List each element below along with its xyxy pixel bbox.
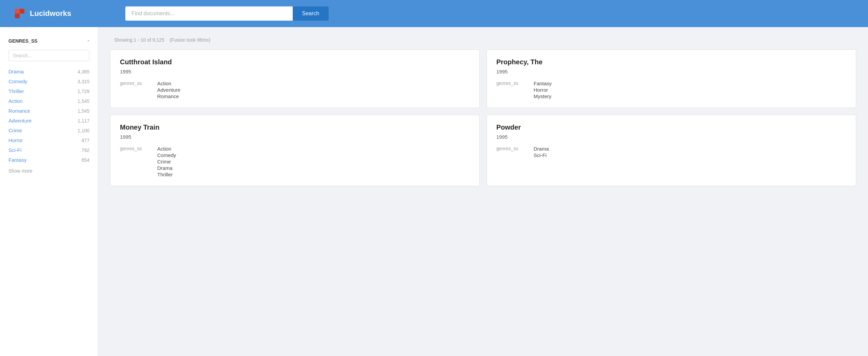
genre-value: Mystery	[534, 93, 552, 99]
genre-value: Drama	[534, 146, 549, 152]
facet-link[interactable]: Thriller	[8, 88, 24, 94]
card-year: 1995	[120, 134, 470, 140]
genre-value: Comedy	[157, 152, 176, 158]
genre-value: Fantasy	[534, 81, 552, 86]
facet-count: 1,729	[78, 89, 89, 94]
logo-area: Lucidworks	[14, 7, 71, 20]
genre-value: Horror	[534, 87, 552, 93]
genre-value: Action	[157, 146, 176, 152]
field-label: genres_ss	[496, 146, 523, 158]
facet-link[interactable]: Fantasy	[8, 157, 26, 163]
results-timing: (Fusion took 96ms)	[170, 37, 210, 43]
facet-list: Drama 4,365 Comedy 3,315 Thriller 1,729 …	[8, 67, 89, 165]
genre-value: Thriller	[157, 172, 176, 177]
genre-value: Adventure	[157, 87, 180, 93]
card-year: 1995	[120, 69, 470, 74]
genre-value: Sci-Fi	[534, 152, 549, 158]
result-card: Powder 1995 genres_ss DramaSci-Fi	[487, 115, 856, 186]
svg-marker-3	[15, 14, 20, 18]
results-summary: Showing 1 - 10 of 9,125	[114, 37, 164, 43]
main-layout: GENRES_SS - Drama 4,365 Comedy 3,315 Thr…	[0, 27, 868, 356]
lucidworks-logo-icon	[14, 7, 26, 20]
card-title: Money Train	[120, 124, 470, 131]
field-values: ActionAdventureRomance	[157, 81, 180, 99]
facet-link[interactable]: Comedy	[8, 79, 27, 84]
card-title: Powder	[496, 124, 846, 131]
facet-count: 877	[82, 138, 89, 143]
card-fields: genres_ss DramaSci-Fi	[496, 146, 846, 158]
card-title: Cutthroat Island	[120, 58, 470, 66]
facet-link[interactable]: Action	[8, 98, 23, 104]
list-item: Action 1,545	[8, 96, 89, 106]
facet-count: 1,100	[78, 128, 89, 133]
list-item: Drama 4,365	[8, 67, 89, 76]
facet-count: 4,365	[78, 69, 89, 74]
facet-count: 1,545	[78, 98, 89, 104]
facet-link[interactable]: Romance	[8, 108, 30, 114]
genre-value: Drama	[157, 165, 176, 171]
svg-marker-2	[20, 9, 24, 14]
field-label: genres_ss	[120, 81, 147, 99]
genre-value: Action	[157, 81, 180, 86]
cards-grid: Cutthroat Island 1995 genres_ss ActionAd…	[110, 49, 856, 186]
card-year: 1995	[496, 69, 846, 74]
field-values: FantasyHorrorMystery	[534, 81, 552, 99]
content-area: Showing 1 - 10 of 9,125 (Fusion took 96m…	[98, 27, 868, 356]
card-fields: genres_ss ActionAdventureRomance	[120, 81, 470, 99]
list-item: Sci-Fi 792	[8, 145, 89, 155]
svg-marker-1	[15, 9, 20, 14]
card-fields: genres_ss FantasyHorrorMystery	[496, 81, 846, 99]
facet-link[interactable]: Drama	[8, 69, 24, 74]
sidebar-collapse-button[interactable]: -	[87, 37, 89, 44]
field-values: ActionComedyCrimeDramaThriller	[157, 146, 176, 177]
field-label: genres_ss	[120, 146, 147, 177]
list-item: Romance 1,545	[8, 106, 89, 116]
field-label: genres_ss	[496, 81, 523, 99]
genre-value: Crime	[157, 159, 176, 164]
facet-link[interactable]: Horror	[8, 137, 23, 143]
list-item: Adventure 1,117	[8, 116, 89, 126]
field-values: DramaSci-Fi	[534, 146, 549, 158]
result-card: Money Train 1995 genres_ss ActionComedyC…	[110, 115, 480, 186]
card-title: Prophecy, The	[496, 58, 846, 66]
facet-link[interactable]: Adventure	[8, 118, 32, 124]
facet-search-input[interactable]	[8, 50, 89, 61]
logo-text: Lucidworks	[30, 9, 71, 18]
facet-count: 3,315	[78, 79, 89, 84]
list-item: Comedy 3,315	[8, 76, 89, 86]
list-item: Thriller 1,729	[8, 86, 89, 96]
facet-link[interactable]: Crime	[8, 128, 22, 133]
sidebar: GENRES_SS - Drama 4,365 Comedy 3,315 Thr…	[0, 27, 98, 356]
list-item: Horror 877	[8, 135, 89, 145]
facet-count: 1,117	[78, 118, 89, 124]
genre-value: Romance	[157, 93, 180, 99]
search-bar: Search	[125, 6, 329, 21]
sidebar-title-text: GENRES_SS	[8, 38, 38, 44]
search-button[interactable]: Search	[293, 6, 329, 21]
facet-count: 792	[82, 148, 89, 153]
card-year: 1995	[496, 134, 846, 140]
facet-count: 1,545	[78, 108, 89, 114]
list-item: Fantasy 654	[8, 155, 89, 165]
result-card: Prophecy, The 1995 genres_ss FantasyHorr…	[487, 49, 856, 108]
list-item: Crime 1,100	[8, 126, 89, 135]
results-info: Showing 1 - 10 of 9,125 (Fusion took 96m…	[110, 37, 856, 43]
result-card: Cutthroat Island 1995 genres_ss ActionAd…	[110, 49, 480, 108]
header: Lucidworks Search	[0, 0, 868, 27]
card-fields: genres_ss ActionComedyCrimeDramaThriller	[120, 146, 470, 177]
show-more-button[interactable]: Show more	[8, 168, 89, 174]
facet-count: 654	[82, 157, 89, 163]
sidebar-title: GENRES_SS -	[8, 37, 89, 44]
facet-link[interactable]: Sci-Fi	[8, 147, 21, 153]
search-input[interactable]	[125, 6, 292, 21]
